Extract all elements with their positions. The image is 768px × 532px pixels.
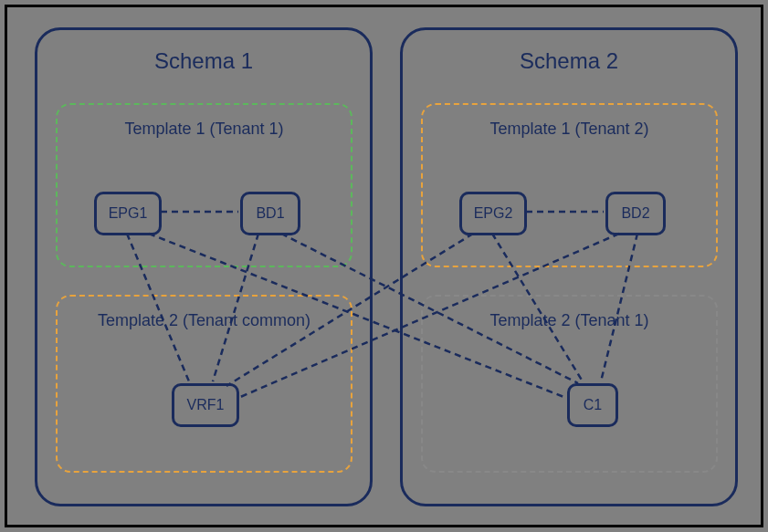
node-epg2: EPG2 xyxy=(459,192,527,235)
schema-1-title: Schema 1 xyxy=(37,48,370,74)
template-s2t1-title: Template 1 (Tenant 2) xyxy=(423,120,716,139)
schema-2-title: Schema 2 xyxy=(403,48,735,74)
template-s1t1-title: Template 1 (Tenant 1) xyxy=(58,120,351,139)
template-s2t2-title: Template 2 (Tenant 1) xyxy=(423,311,716,330)
node-vrf1: VRF1 xyxy=(172,383,239,427)
template-s1t2: Template 2 (Tenant common) VRF1 xyxy=(56,295,352,473)
node-bd1: BD1 xyxy=(240,192,300,235)
template-s1t1: Template 1 (Tenant 1) EPG1 BD1 xyxy=(56,103,352,267)
node-epg1: EPG1 xyxy=(94,192,162,235)
node-bd2: BD2 xyxy=(605,192,666,235)
schema-1: Schema 1 Template 1 (Tenant 1) EPG1 BD1 … xyxy=(35,27,373,506)
node-c1: C1 xyxy=(567,383,618,427)
schema-2: Schema 2 Template 1 (Tenant 2) EPG2 BD2 … xyxy=(400,27,738,506)
diagram-frame: Schema 1 Template 1 (Tenant 1) EPG1 BD1 … xyxy=(5,5,763,527)
template-s2t2: Template 2 (Tenant 1) C1 xyxy=(421,295,718,473)
template-s2t1: Template 1 (Tenant 2) EPG2 BD2 xyxy=(421,103,718,267)
template-s1t2-title: Template 2 (Tenant common) xyxy=(58,311,351,330)
